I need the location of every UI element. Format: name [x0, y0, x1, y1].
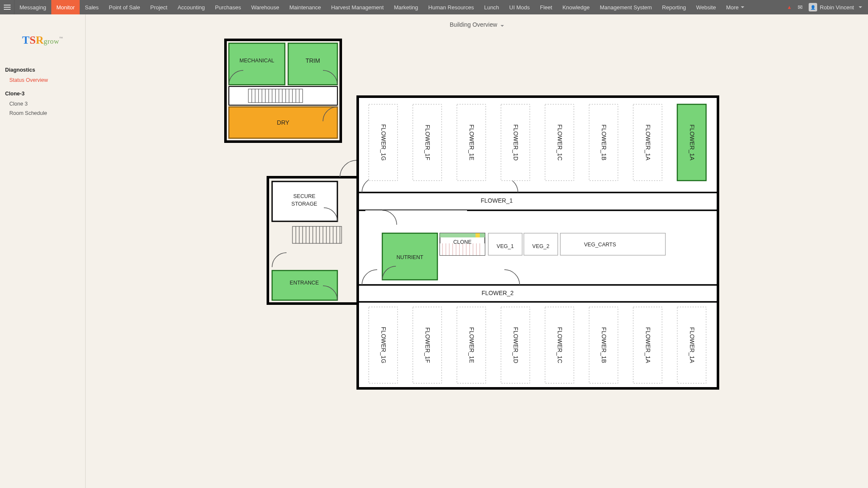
svg-text:VEG_1: VEG_1 [497, 243, 514, 249]
nav-item-harvest-management[interactable]: Harvest Management [326, 0, 389, 14]
sidebar-item-clone-3[interactable]: Clone 3 [5, 99, 80, 109]
svg-text:FLOWER_1F: FLOWER_1F [424, 327, 431, 363]
svg-text:FLOWER_1G: FLOWER_1G [380, 124, 387, 161]
floorplan-canvas[interactable]: Building Overview MECHANICAL TRIM [86, 14, 868, 488]
svg-text:FLOWER_1G: FLOWER_1G [380, 327, 387, 363]
nav-item-marketing[interactable]: Marketing [389, 0, 423, 14]
nav-item-knowledge[interactable]: Knowledge [557, 0, 595, 14]
svg-text:FLOWER_1D: FLOWER_1D [512, 327, 519, 363]
svg-text:FLOWER_1A: FLOWER_1A [645, 125, 651, 161]
chat-icon[interactable]: ✉ [798, 4, 803, 11]
svg-text:SECURE: SECURE [293, 193, 315, 199]
nav-item-messaging[interactable]: Messaging [14, 0, 51, 14]
svg-text:FLOWER_1F: FLOWER_1F [424, 125, 431, 160]
svg-rect-3 [229, 86, 337, 105]
svg-text:FLOWER_1A: FLOWER_1A [689, 125, 696, 161]
sidebar-heading: Clone-3 [5, 91, 80, 97]
svg-text:FLOWER_1C: FLOWER_1C [556, 124, 563, 161]
svg-text:FLOWER_1E: FLOWER_1E [468, 327, 475, 363]
sidebar-item-status-overview[interactable]: Status Overview [5, 75, 80, 85]
svg-rect-49 [476, 233, 480, 237]
sidebar-item-room-schedule[interactable]: Room Schedule [5, 109, 80, 118]
nav-items: MessagingMonitorSalesPoint of SaleProjec… [14, 0, 721, 14]
svg-rect-24 [292, 226, 342, 243]
user-menu[interactable]: 👤 Robin Vincent [809, 3, 862, 11]
svg-text:TRIM: TRIM [306, 57, 320, 64]
svg-text:MECHANICAL: MECHANICAL [239, 58, 274, 64]
nav-right: ▲ ✉ 👤 Robin Vincent [787, 0, 868, 14]
svg-text:FLOWER_1B: FLOWER_1B [601, 327, 607, 363]
nav-item-lunch[interactable]: Lunch [479, 0, 504, 14]
svg-text:CLONE: CLONE [453, 239, 471, 245]
svg-text:FLOWER_2: FLOWER_2 [481, 290, 514, 296]
nav-item-purchases[interactable]: Purchases [210, 0, 246, 14]
svg-text:FLOWER_1C: FLOWER_1C [556, 327, 563, 363]
chevron-down-icon [859, 6, 862, 8]
svg-text:FLOWER_1: FLOWER_1 [481, 197, 513, 204]
alert-icon[interactable]: ▲ [787, 4, 792, 10]
top-navbar: MessagingMonitorSalesPoint of SaleProjec… [0, 0, 868, 14]
svg-text:VEG_2: VEG_2 [532, 243, 549, 249]
nav-item-accounting[interactable]: Accounting [172, 0, 210, 14]
hamburger-menu-icon[interactable] [0, 0, 14, 14]
entry-building: SECURE STORAGE ENTRANCE [268, 160, 358, 304]
svg-text:FLOWER_1B: FLOWER_1B [601, 125, 607, 161]
sidebar: TSRgrow™ DiagnosticsStatus OverviewClone… [0, 14, 86, 488]
svg-text:STORAGE: STORAGE [292, 201, 317, 207]
nav-item-human-resources[interactable]: Human Resources [423, 0, 479, 14]
svg-text:VEG_CARTS: VEG_CARTS [584, 242, 616, 248]
nav-item-sales[interactable]: Sales [80, 0, 104, 14]
svg-text:FLOWER_1A: FLOWER_1A [645, 327, 651, 363]
avatar: 👤 [809, 3, 817, 11]
svg-text:DRY: DRY [277, 119, 289, 126]
nav-item-point-of-sale[interactable]: Point of Sale [104, 0, 145, 14]
nav-item-reporting[interactable]: Reporting [657, 0, 691, 14]
nav-item-fleet[interactable]: Fleet [535, 0, 557, 14]
nav-item-project[interactable]: Project [145, 0, 172, 14]
svg-text:FLOWER_1E: FLOWER_1E [468, 125, 475, 161]
svg-text:NUTRIENT: NUTRIENT [396, 254, 423, 260]
sidebar-heading: Diagnostics [5, 67, 80, 73]
user-name: Robin Vincent [820, 4, 854, 11]
nav-item-monitor[interactable]: Monitor [51, 0, 80, 14]
nav-item-ui-mods[interactable]: UI Mods [504, 0, 535, 14]
svg-text:FLOWER_1D: FLOWER_1D [512, 124, 519, 161]
nav-more[interactable]: More [721, 0, 749, 14]
logo: TSRgrow™ [5, 34, 80, 47]
nav-item-management-system[interactable]: Management System [595, 0, 657, 14]
room-clone[interactable]: CLONE [440, 233, 485, 255]
svg-text:FLOWER_1A: FLOWER_1A [689, 327, 696, 363]
annex-building: MECHANICAL TRIM [225, 40, 341, 142]
svg-rect-45 [365, 210, 467, 212]
svg-text:ENTRANCE: ENTRANCE [290, 280, 319, 286]
nav-item-website[interactable]: Website [691, 0, 721, 14]
chevron-down-icon [741, 6, 744, 8]
nav-more-label: More [726, 4, 739, 11]
room-trim[interactable] [288, 43, 337, 85]
room-mechanical[interactable] [229, 43, 285, 85]
nav-item-warehouse[interactable]: Warehouse [246, 0, 284, 14]
nav-item-maintenance[interactable]: Maintenance [284, 0, 326, 14]
